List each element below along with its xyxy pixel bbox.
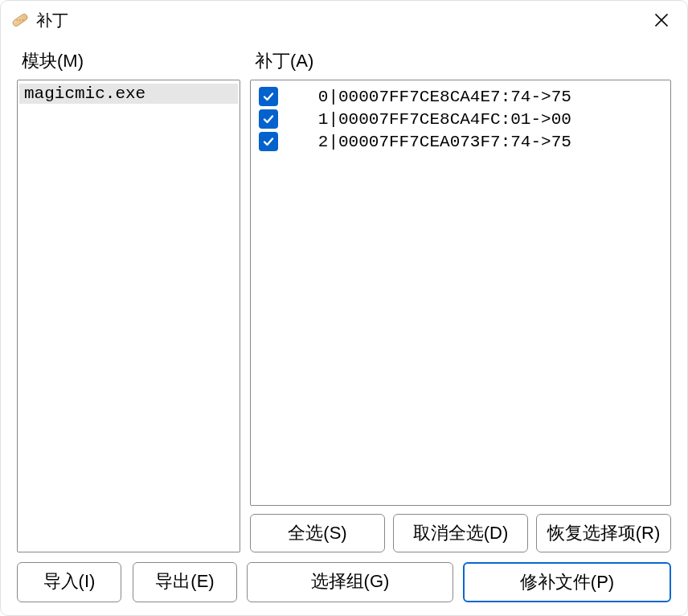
patch-dialog: 补丁 模块(M) magicmic.exe 补丁(A) — [0, 0, 688, 616]
select-all-button[interactable]: 全选(S) — [250, 514, 385, 552]
content-area: 模块(M) magicmic.exe 补丁(A) — [1, 39, 687, 556]
restore-selection-button[interactable]: 恢复选择项(R) — [536, 514, 671, 552]
check-icon — [262, 90, 275, 103]
patches-label: 补丁(A) — [250, 49, 671, 73]
patch-file-button[interactable]: 修补文件(P) — [463, 562, 671, 602]
modules-label: 模块(M) — [17, 49, 240, 73]
patch-checkbox[interactable] — [259, 87, 278, 106]
import-button[interactable]: 导入(I) — [17, 562, 121, 602]
patch-checkbox[interactable] — [259, 109, 278, 129]
check-icon — [262, 113, 275, 125]
patches-panel: 补丁(A) 0|00007FF7CE8CA4E7:74->75 — [250, 49, 671, 552]
patch-text: 2|00007FF7CEA073F7:74->75 — [288, 133, 571, 151]
patch-text: 1|00007FF7CE8CA4FC:01->00 — [288, 110, 571, 129]
patch-row[interactable]: 0|00007FF7CE8CA4E7:74->75 — [254, 85, 667, 108]
bandage-icon — [10, 10, 30, 30]
select-group-button[interactable]: 选择组(G) — [247, 562, 453, 602]
modules-panel: 模块(M) magicmic.exe — [17, 49, 240, 552]
patches-scroll[interactable]: 0|00007FF7CE8CA4E7:74->75 1|00007FF7CE8C… — [251, 80, 670, 505]
export-button[interactable]: 导出(E) — [133, 562, 237, 602]
patch-text: 0|00007FF7CE8CA4E7:74->75 — [288, 88, 571, 106]
module-item[interactable]: magicmic.exe — [19, 84, 238, 104]
bottom-button-row: 导入(I) 导出(E) 选择组(G) 修补文件(P) — [1, 556, 687, 615]
close-icon — [653, 12, 670, 28]
patch-row[interactable]: 1|00007FF7CE8CA4FC:01->00 — [254, 108, 667, 130]
window-title: 补丁 — [36, 10, 645, 31]
modules-listbox[interactable]: magicmic.exe — [17, 80, 240, 552]
close-button[interactable] — [645, 4, 678, 36]
patch-checkbox[interactable] — [259, 132, 278, 151]
titlebar: 补丁 — [1, 1, 687, 39]
patch-row[interactable]: 2|00007FF7CEA073F7:74->75 — [254, 130, 667, 153]
patches-listbox[interactable]: 0|00007FF7CE8CA4E7:74->75 1|00007FF7CE8C… — [250, 80, 671, 506]
check-icon — [262, 135, 275, 148]
deselect-all-button[interactable]: 取消全选(D) — [393, 514, 528, 552]
